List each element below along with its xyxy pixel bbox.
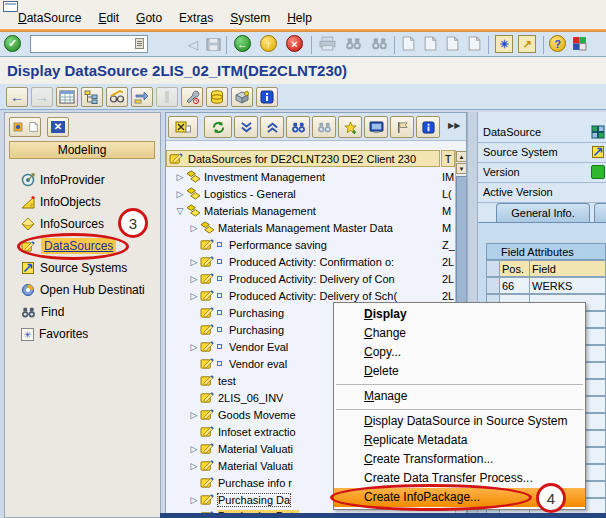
back-button[interactable]: ←: [234, 35, 251, 52]
back-nav-button[interactable]: ←: [6, 87, 28, 107]
tree-row-label: Purchasing: [229, 324, 284, 336]
next-page-icon[interactable]: [446, 36, 459, 51]
tree-row-tech: M: [442, 205, 451, 217]
menu-item-display[interactable]: Display: [334, 305, 585, 324]
tech-name-column-header[interactable]: T: [441, 150, 455, 167]
tree-row[interactable]: ▷Logistics - GeneralL(: [166, 185, 455, 202]
find-next-icon[interactable]: [371, 36, 388, 51]
tree-info-button[interactable]: [416, 116, 440, 138]
workbench-button[interactable]: [9, 117, 41, 137]
save-icon[interactable]: [206, 37, 221, 52]
tree-row[interactable]: ▷Produced Activity: Delivery of Con2L: [166, 270, 455, 287]
field-table-row[interactable]: 66 WERKS: [486, 277, 606, 294]
tree-find-button[interactable]: [286, 116, 310, 138]
expander-icon[interactable]: ▷: [188, 274, 200, 284]
cancel-button[interactable]: ×: [286, 35, 303, 52]
tab-next-partial[interactable]: [594, 203, 606, 223]
expander-icon[interactable]: ▽: [174, 206, 186, 216]
expander-icon[interactable]: ▷: [188, 223, 200, 233]
menu-datasource[interactable]: DataSource: [18, 11, 81, 25]
menu-help[interactable]: Help: [287, 11, 312, 25]
toolbar-separator: [226, 36, 227, 54]
star-icon: [344, 121, 357, 134]
expander-icon[interactable]: ▷: [174, 172, 186, 182]
monitor-button[interactable]: [364, 116, 388, 138]
tree-row-label: Purchasing Da: [218, 494, 290, 506]
expander-icon[interactable]: ▷: [174, 189, 186, 199]
expand-all-button[interactable]: [234, 116, 258, 138]
toolbar-overflow-icon[interactable]: ▶▶: [448, 121, 460, 130]
scroll-up-icon[interactable]: ▲: [456, 151, 467, 162]
sidebar-item-find[interactable]: Find: [11, 301, 159, 323]
tree-row[interactable]: Performance savingZ_: [166, 236, 455, 253]
command-field[interactable]: [30, 35, 148, 53]
close-tree-button[interactable]: [168, 116, 198, 138]
expander-icon[interactable]: ▷: [188, 495, 200, 505]
tree-row[interactable]: ▷Materials Management Master DataM: [166, 219, 455, 236]
close-panel-button[interactable]: ✕: [47, 117, 69, 137]
menu-item-display-in-source-system[interactable]: Display DataSource in Source System: [334, 412, 585, 431]
menu-edit[interactable]: Edit: [98, 11, 119, 25]
tab-general-info[interactable]: General Info.: [496, 203, 590, 223]
expander-icon[interactable]: ▷: [188, 257, 200, 267]
expander-icon[interactable]: ▷: [188, 410, 200, 420]
menu-goto[interactable]: Goto: [136, 11, 162, 25]
expander-icon[interactable]: ▷: [188, 461, 200, 471]
tree-root-row[interactable]: DataSources for DE2CLNT230 DE2 Client 23…: [166, 150, 440, 167]
row-selector-header[interactable]: [486, 260, 500, 277]
database-button[interactable]: [206, 87, 228, 107]
tree-row[interactable]: ▷Produced Activity: Confirmation o:2L: [166, 253, 455, 270]
expander-icon[interactable]: ▷: [188, 444, 200, 454]
help-button[interactable]: ?: [549, 35, 566, 52]
find-icon[interactable]: [345, 36, 362, 51]
tree-row-tech: Z_: [442, 239, 455, 251]
tree-row[interactable]: ▽Materials ManagementM: [166, 202, 455, 219]
row-selector[interactable]: [486, 277, 500, 294]
transfer-button[interactable]: [131, 87, 153, 107]
pos-column-header[interactable]: Pos.: [500, 260, 530, 277]
disabled-tool-button[interactable]: [156, 87, 178, 107]
menu-item-manage[interactable]: Manage: [334, 387, 585, 406]
tree-find-next-button[interactable]: [312, 116, 336, 138]
refresh-tree-button[interactable]: [204, 116, 232, 138]
flag-button[interactable]: [390, 116, 414, 138]
create-shortcut-icon[interactable]: ↗: [518, 35, 536, 53]
menu-item-copy[interactable]: Copy...: [334, 343, 585, 362]
hierarchy-button[interactable]: [81, 87, 103, 107]
detail-row-datasource: DataSource: [478, 123, 606, 143]
menu-system[interactable]: System: [230, 11, 270, 25]
sidebar-item-favorites[interactable]: ✳ Favorites: [11, 323, 159, 345]
display-change-button[interactable]: [106, 87, 128, 107]
tree-row[interactable]: ▷Investment ManagementIM: [166, 168, 455, 185]
forward-nav-button[interactable]: →: [31, 87, 53, 107]
collapse-all-button[interactable]: [260, 116, 284, 138]
tree-row-label: Material Valuati: [218, 443, 293, 455]
favorites-add-button[interactable]: [338, 116, 362, 138]
sidebar-item-infoprovider[interactable]: InfoProvider: [11, 169, 159, 191]
maintenance-button[interactable]: [181, 87, 203, 107]
field-column-header[interactable]: Field: [530, 260, 606, 277]
expander-icon[interactable]: ▷: [188, 342, 200, 352]
new-session-icon[interactable]: ✳: [495, 35, 513, 53]
print-icon[interactable]: [319, 36, 336, 51]
previous-page-icon[interactable]: [424, 36, 437, 51]
last-page-icon[interactable]: [468, 36, 481, 51]
menu-item-replicate-metadata[interactable]: Replicate Metadata: [334, 431, 585, 450]
modeling-header[interactable]: Modeling: [9, 141, 155, 159]
menu-item-create-transformation[interactable]: Create Transformation...: [334, 450, 585, 469]
menu-extras[interactable]: Extras: [179, 11, 213, 25]
scroll-down-icon[interactable]: ▼: [456, 163, 467, 174]
customize-layout-icon[interactable]: [572, 36, 587, 51]
tools-button[interactable]: [231, 87, 253, 107]
command-list-icon[interactable]: [135, 38, 144, 49]
table-view-button[interactable]: [56, 87, 78, 107]
menu-item-change[interactable]: Change: [334, 324, 585, 343]
exit-button[interactable]: ↑: [260, 35, 277, 52]
enter-button[interactable]: ✓: [4, 35, 21, 52]
expander-icon[interactable]: ▷: [188, 291, 200, 301]
sidebar-item-source-systems[interactable]: Source Systems: [11, 257, 159, 279]
sidebar-item-open-hub[interactable]: Open Hub Destinati: [11, 279, 159, 301]
info-button[interactable]: [256, 87, 278, 107]
menu-item-delete[interactable]: Delete: [334, 362, 585, 381]
first-page-icon[interactable]: [402, 36, 415, 51]
